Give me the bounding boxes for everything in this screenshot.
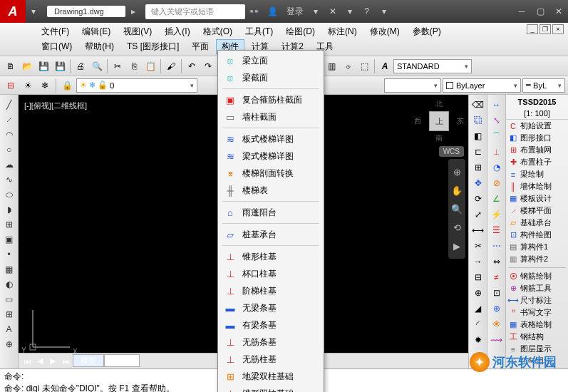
layer-freeze-icon[interactable]: ❄ [37, 78, 53, 93]
tssd-item[interactable]: ▥算构件2 [506, 253, 568, 265]
dim-linear-tool[interactable]: ↔ [490, 98, 504, 112]
viewcube-top[interactable]: 上 [429, 111, 449, 131]
dropdown-item[interactable]: ╫楼梯表 [220, 182, 322, 199]
tssd-item[interactable]: C初始设置 [506, 120, 568, 132]
dropdown-item[interactable]: ⎅梁立面 [220, 52, 322, 69]
dim-diameter-tool[interactable]: ⊘ [490, 176, 504, 190]
dropdown-item[interactable]: ≋板式楼梯详图 [220, 130, 322, 148]
copy-button[interactable]: ⎘ [126, 58, 142, 74]
mtext-tool[interactable]: A [2, 322, 16, 336]
table-tool[interactable]: ⊞ [2, 307, 16, 321]
tssd-item[interactable]: ⟷尺寸标注 [506, 294, 568, 306]
dropdown-item[interactable]: ⊥杯口柱基 [220, 265, 322, 282]
login-dropdown-icon[interactable]: ▾ [308, 4, 324, 19]
dim-ordinate-tool[interactable]: ⟂ [490, 145, 504, 159]
nav-zoom-icon[interactable]: 🔍 [450, 200, 464, 217]
tssd-item[interactable]: ▦楼板设计 [506, 192, 568, 205]
point-tool[interactable]: • [2, 247, 16, 262]
tssd-item[interactable]: ⟋楼梯平面 [506, 205, 568, 217]
doc-minimize-button[interactable]: _ [527, 24, 538, 34]
dropdown-item[interactable]: ⌆楼梯剖面转换 [220, 165, 322, 182]
dim-arc-tool[interactable]: ⌒ [490, 129, 504, 143]
viewport-label[interactable]: [-][俯视][二维线框] [24, 100, 87, 111]
insert-tool[interactable]: ⊞ [2, 217, 16, 232]
explode-tool[interactable]: ✸ [471, 333, 485, 347]
gradient-tool[interactable]: ◐ [2, 277, 16, 292]
dropdown-item[interactable]: ⊥锥形双柱基础 [220, 385, 322, 392]
join-tool[interactable]: ⊕ [471, 286, 485, 300]
viewcube[interactable]: 北 南 西 东 上 WCS [414, 99, 464, 157]
open-button[interactable]: 📂 [19, 58, 35, 74]
tssd-item[interactable]: ⊕钢筋工具 [506, 282, 568, 294]
circle-tool[interactable]: ○ [2, 143, 16, 157]
layer-combo[interactable]: ☀ ❄ 🔓 0 [76, 78, 197, 93]
tool-f-button[interactable]: ⟐ [340, 58, 356, 74]
dim-aligned-tool[interactable]: ⤡ [490, 113, 504, 128]
search-input[interactable]: 键入关键字或短语 [145, 4, 245, 19]
dim-angular-tool[interactable]: ∠ [490, 192, 504, 206]
addselected-tool[interactable]: ⊕ [2, 337, 16, 351]
break-tool[interactable]: ⊟ [471, 270, 485, 284]
tssd-item[interactable]: ◈图库管理 [506, 367, 568, 368]
wcs-badge[interactable]: WCS [439, 146, 464, 157]
layer-sun-icon[interactable]: ☀ [20, 78, 36, 93]
menu-item[interactable]: 格式(O) [197, 24, 238, 39]
title-dropdown-icon[interactable]: ▸ [125, 4, 141, 19]
tssd-item[interactable]: ║墙体绘制 [506, 180, 568, 192]
help-icon[interactable]: ? [358, 4, 376, 19]
dropdown-item[interactable]: ⎅梁截面 [220, 69, 322, 86]
stretch-tool[interactable]: ⟷ [471, 223, 485, 237]
nav-showmotion-icon[interactable]: ▶ [450, 237, 464, 254]
preview-button[interactable]: 🔍 [89, 58, 105, 74]
jogged-tool[interactable]: ⟿ [490, 333, 504, 347]
menu-item[interactable]: 绘图(D) [280, 24, 321, 39]
tssd-item[interactable]: ▤算构件1 [506, 241, 568, 253]
tssd-item[interactable]: ⦿钢筋绘制 [506, 270, 568, 282]
dim-radius-tool[interactable]: ◔ [490, 160, 504, 175]
layer-lock-icon[interactable]: 🔒 [59, 78, 75, 93]
move-tool[interactable]: ✥ [471, 176, 485, 190]
menu-item[interactable]: 编辑(E) [76, 24, 116, 39]
tssd-item[interactable]: ⊡构件绘图 [506, 229, 568, 241]
menu-item[interactable]: 插入(I) [159, 24, 195, 39]
tssd-item[interactable]: ≡图层显示 [506, 343, 568, 355]
dropdown-item[interactable]: ⌂雨蓬阳台 [220, 204, 322, 221]
undo-button[interactable]: ↶ [184, 58, 200, 74]
save-button[interactable]: 💾 [36, 58, 51, 74]
line-tool[interactable]: ╱ [2, 98, 16, 112]
dropdown-item[interactable]: ▱桩基承台 [220, 226, 322, 243]
menu-item[interactable]: 视图(V) [118, 24, 158, 39]
menu-item[interactable]: 文件(F) [36, 24, 75, 39]
match-button[interactable]: 🖌 [163, 58, 179, 74]
tssd-item[interactable]: ▦表格绘制 [506, 319, 568, 331]
mirror-tool[interactable]: ◧ [471, 129, 485, 143]
exchange-icon[interactable]: ✕ [324, 4, 342, 19]
spline-tool[interactable]: ∿ [2, 172, 16, 187]
cut-button[interactable]: ✂ [110, 58, 125, 74]
ellipsearc-tool[interactable]: ◗ [2, 202, 16, 217]
saveas-button[interactable]: 💾 [52, 58, 68, 74]
tssd-item[interactable]: □组与图块 [506, 355, 568, 367]
help-dropdown-icon[interactable]: ▾ [376, 4, 392, 19]
menu-item[interactable]: TS [图形接口] [121, 39, 185, 54]
linetype-combo-a[interactable] [384, 78, 441, 93]
dropdown-item[interactable]: ⊥无筋条基 [220, 334, 322, 351]
dropdown-item[interactable]: ⊥无筋柱基 [220, 351, 322, 368]
layout-tab[interactable]: 模型 [73, 354, 104, 367]
paste-button[interactable]: 📋 [143, 58, 158, 74]
menu-item[interactable]: 工具(T) [239, 24, 279, 39]
dropdown-item[interactable]: ▬无梁条基 [220, 299, 322, 316]
lineweight-combo[interactable]: ━ ByL [522, 78, 565, 93]
center-tool[interactable]: ⊕ [490, 301, 504, 316]
redo-button[interactable]: ↷ [200, 58, 216, 74]
dim-break-tool[interactable]: ≠ [490, 270, 504, 284]
tssd-item[interactable]: ▱基础承台 [506, 217, 568, 229]
arc-tool[interactable]: ◠ [2, 128, 16, 142]
textstyle-icon[interactable]: A [377, 58, 393, 74]
menu-item[interactable]: 修改(M) [364, 24, 406, 39]
tolerance-tool[interactable]: ⊡ [490, 286, 504, 300]
minimize-button[interactable]: ─ [512, 4, 531, 19]
tssd-item[interactable]: ⊞布置轴网 [506, 144, 568, 156]
trim-tool[interactable]: ✂ [471, 239, 485, 253]
login-button[interactable]: 登录 [282, 6, 308, 18]
